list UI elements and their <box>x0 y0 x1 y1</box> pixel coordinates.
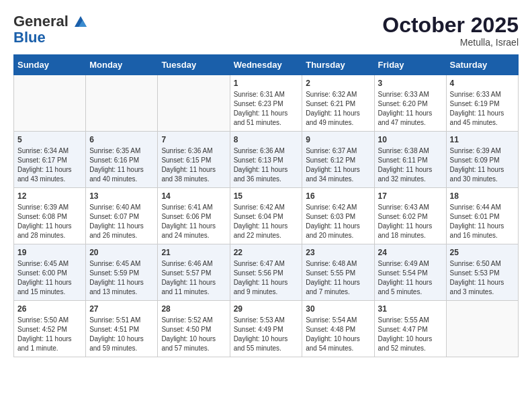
day-cell-25: 25Sunrise: 6:50 AM Sunset: 5:53 PM Dayli… <box>446 244 518 301</box>
day-cell-18: 18Sunrise: 6:44 AM Sunset: 6:01 PM Dayli… <box>446 188 518 244</box>
day-content: Sunrise: 6:36 AM Sunset: 6:15 PM Dayligh… <box>161 146 226 184</box>
day-content: Sunrise: 6:33 AM Sunset: 6:19 PM Dayligh… <box>450 90 515 128</box>
week-row-1: 1Sunrise: 6:31 AM Sunset: 6:23 PM Daylig… <box>14 75 519 132</box>
day-content: Sunrise: 6:45 AM Sunset: 6:00 PM Dayligh… <box>17 259 82 297</box>
day-content: Sunrise: 6:33 AM Sunset: 6:20 PM Dayligh… <box>378 90 443 128</box>
weekday-header-thursday: Thursday <box>302 55 374 75</box>
weekday-header-wednesday: Wednesday <box>230 55 302 75</box>
day-number: 31 <box>378 304 443 314</box>
day-content: Sunrise: 6:39 AM Sunset: 6:09 PM Dayligh… <box>450 146 515 184</box>
day-number: 29 <box>234 304 299 314</box>
day-number: 9 <box>306 135 370 144</box>
day-content: Sunrise: 6:42 AM Sunset: 6:04 PM Dayligh… <box>234 203 299 240</box>
calendar-table: SundayMondayTuesdayWednesdayThursdayFrid… <box>13 54 519 357</box>
day-number: 23 <box>306 248 370 257</box>
weekday-header-friday: Friday <box>374 55 446 75</box>
day-content: Sunrise: 6:36 AM Sunset: 6:13 PM Dayligh… <box>234 146 299 184</box>
day-number: 14 <box>161 191 226 201</box>
empty-cell <box>158 75 230 132</box>
day-number: 26 <box>17 304 82 314</box>
day-number: 2 <box>306 79 370 88</box>
day-content: Sunrise: 6:37 AM Sunset: 6:12 PM Dayligh… <box>306 146 370 184</box>
day-number: 28 <box>161 304 226 314</box>
day-number: 19 <box>17 248 82 257</box>
day-cell-6: 6Sunrise: 6:35 AM Sunset: 6:16 PM Daylig… <box>86 132 158 188</box>
day-content: Sunrise: 6:38 AM Sunset: 6:11 PM Dayligh… <box>378 146 443 184</box>
day-cell-24: 24Sunrise: 6:49 AM Sunset: 5:54 PM Dayli… <box>374 244 446 301</box>
day-content: Sunrise: 6:48 AM Sunset: 5:55 PM Dayligh… <box>306 259 370 297</box>
day-number: 8 <box>234 135 299 144</box>
day-number: 27 <box>89 304 154 314</box>
day-number: 7 <box>161 135 226 144</box>
day-number: 21 <box>161 248 226 257</box>
day-cell-17: 17Sunrise: 6:43 AM Sunset: 6:02 PM Dayli… <box>374 188 446 244</box>
day-content: Sunrise: 6:45 AM Sunset: 5:59 PM Dayligh… <box>89 259 154 297</box>
day-number: 24 <box>378 248 443 257</box>
week-row-3: 12Sunrise: 6:39 AM Sunset: 6:08 PM Dayli… <box>14 188 519 244</box>
location: Metulla, Israel <box>382 37 519 48</box>
day-number: 4 <box>450 79 515 88</box>
day-number: 17 <box>378 191 443 201</box>
day-cell-30: 30Sunrise: 5:54 AM Sunset: 4:48 PM Dayli… <box>302 301 374 357</box>
day-number: 15 <box>234 191 299 201</box>
weekday-header-tuesday: Tuesday <box>158 55 230 75</box>
day-content: Sunrise: 5:52 AM Sunset: 4:50 PM Dayligh… <box>161 316 226 353</box>
month-title: October 2025 <box>382 13 519 37</box>
day-number: 5 <box>17 135 82 144</box>
day-cell-13: 13Sunrise: 6:40 AM Sunset: 6:07 PM Dayli… <box>86 188 158 244</box>
day-cell-14: 14Sunrise: 6:41 AM Sunset: 6:06 PM Dayli… <box>158 188 230 244</box>
day-number: 10 <box>378 135 443 144</box>
day-content: Sunrise: 5:51 AM Sunset: 4:51 PM Dayligh… <box>89 316 154 353</box>
day-number: 30 <box>306 304 370 314</box>
day-content: Sunrise: 6:35 AM Sunset: 6:16 PM Dayligh… <box>89 146 154 184</box>
day-content: Sunrise: 6:32 AM Sunset: 6:21 PM Dayligh… <box>306 90 370 128</box>
day-content: Sunrise: 6:44 AM Sunset: 6:01 PM Dayligh… <box>450 203 515 240</box>
day-content: Sunrise: 6:42 AM Sunset: 6:03 PM Dayligh… <box>306 203 370 240</box>
day-content: Sunrise: 6:43 AM Sunset: 6:02 PM Dayligh… <box>378 203 443 240</box>
day-cell-19: 19Sunrise: 6:45 AM Sunset: 6:00 PM Dayli… <box>14 244 86 301</box>
day-number: 6 <box>89 135 154 144</box>
logo-icon <box>73 15 88 30</box>
day-cell-31: 31Sunrise: 5:55 AM Sunset: 4:47 PM Dayli… <box>374 301 446 357</box>
day-cell-2: 2Sunrise: 6:32 AM Sunset: 6:21 PM Daylig… <box>302 75 374 132</box>
day-number: 20 <box>89 248 154 257</box>
day-cell-28: 28Sunrise: 5:52 AM Sunset: 4:50 PM Dayli… <box>158 301 230 357</box>
day-cell-10: 10Sunrise: 6:38 AM Sunset: 6:11 PM Dayli… <box>374 132 446 188</box>
day-number: 13 <box>89 191 154 201</box>
day-content: Sunrise: 5:54 AM Sunset: 4:48 PM Dayligh… <box>306 316 370 353</box>
day-number: 25 <box>450 248 515 257</box>
weekday-header-saturday: Saturday <box>446 55 518 75</box>
day-number: 22 <box>234 248 299 257</box>
day-cell-1: 1Sunrise: 6:31 AM Sunset: 6:23 PM Daylig… <box>230 75 302 132</box>
day-cell-5: 5Sunrise: 6:34 AM Sunset: 6:17 PM Daylig… <box>14 132 86 188</box>
day-content: Sunrise: 6:39 AM Sunset: 6:08 PM Dayligh… <box>17 203 82 240</box>
week-row-4: 19Sunrise: 6:45 AM Sunset: 6:00 PM Dayli… <box>14 244 519 301</box>
day-number: 1 <box>234 79 299 88</box>
day-number: 12 <box>17 191 82 201</box>
day-cell-3: 3Sunrise: 6:33 AM Sunset: 6:20 PM Daylig… <box>374 75 446 132</box>
logo: General Blue <box>13 13 89 46</box>
day-cell-7: 7Sunrise: 6:36 AM Sunset: 6:15 PM Daylig… <box>158 132 230 188</box>
title-area: October 2025 Metulla, Israel <box>382 13 519 48</box>
day-cell-11: 11Sunrise: 6:39 AM Sunset: 6:09 PM Dayli… <box>446 132 518 188</box>
weekday-header-row: SundayMondayTuesdayWednesdayThursdayFrid… <box>14 55 519 75</box>
day-cell-16: 16Sunrise: 6:42 AM Sunset: 6:03 PM Dayli… <box>302 188 374 244</box>
day-cell-4: 4Sunrise: 6:33 AM Sunset: 6:19 PM Daylig… <box>446 75 518 132</box>
day-cell-15: 15Sunrise: 6:42 AM Sunset: 6:04 PM Dayli… <box>230 188 302 244</box>
day-cell-29: 29Sunrise: 5:53 AM Sunset: 4:49 PM Dayli… <box>230 301 302 357</box>
day-cell-12: 12Sunrise: 6:39 AM Sunset: 6:08 PM Dayli… <box>14 188 86 244</box>
day-content: Sunrise: 6:34 AM Sunset: 6:17 PM Dayligh… <box>17 146 82 184</box>
day-cell-9: 9Sunrise: 6:37 AM Sunset: 6:12 PM Daylig… <box>302 132 374 188</box>
day-content: Sunrise: 6:40 AM Sunset: 6:07 PM Dayligh… <box>89 203 154 240</box>
day-cell-20: 20Sunrise: 6:45 AM Sunset: 5:59 PM Dayli… <box>86 244 158 301</box>
day-content: Sunrise: 6:49 AM Sunset: 5:54 PM Dayligh… <box>378 259 443 297</box>
day-number: 18 <box>450 191 515 201</box>
day-content: Sunrise: 6:46 AM Sunset: 5:57 PM Dayligh… <box>161 259 226 297</box>
empty-cell <box>14 75 86 132</box>
day-cell-23: 23Sunrise: 6:48 AM Sunset: 5:55 PM Dayli… <box>302 244 374 301</box>
day-content: Sunrise: 5:55 AM Sunset: 4:47 PM Dayligh… <box>378 316 443 353</box>
week-row-5: 26Sunrise: 5:50 AM Sunset: 4:52 PM Dayli… <box>14 301 519 357</box>
day-number: 16 <box>306 191 370 201</box>
day-content: Sunrise: 5:53 AM Sunset: 4:49 PM Dayligh… <box>234 316 299 353</box>
logo-blue: Blue <box>13 30 46 46</box>
